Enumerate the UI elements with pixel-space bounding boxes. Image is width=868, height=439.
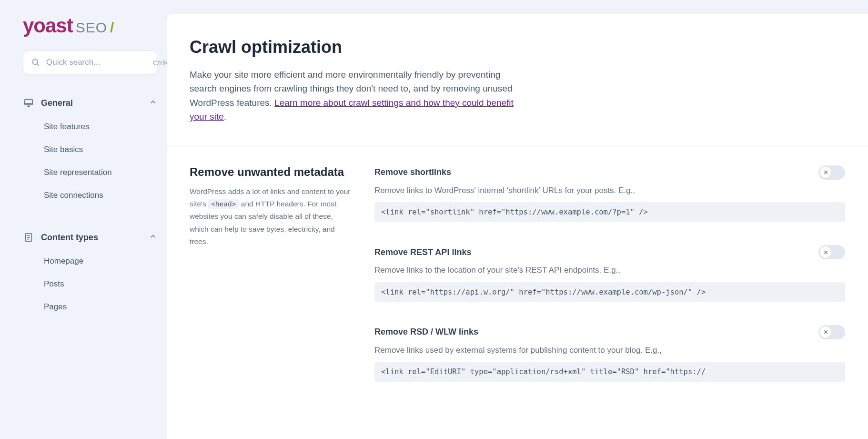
- code-example: <link rel="https://api.w.org/" href="htt…: [374, 282, 845, 302]
- nav-section-content: Content types Homepage Posts Pages: [23, 225, 157, 318]
- toggle-knob: [820, 246, 831, 258]
- section-title: Remove unwanted metadata: [190, 165, 352, 179]
- setting-remove-rest-api-links: Remove REST API links Remove links to th…: [374, 245, 845, 302]
- toggle-remove-rest-api-links[interactable]: [818, 245, 845, 259]
- setting-title: Remove REST API links: [374, 247, 471, 257]
- head-code: <head>: [208, 199, 239, 209]
- setting-description: Remove links to the location of your sit…: [374, 264, 845, 276]
- close-icon: [823, 170, 828, 175]
- page-icon: [23, 232, 34, 243]
- nav-label-general: General: [41, 98, 73, 108]
- page-header: Crawl optimization Make your site more e…: [167, 14, 868, 145]
- search-input[interactable]: [46, 58, 147, 67]
- close-icon: [823, 329, 828, 335]
- svg-line-1: [37, 64, 39, 66]
- toggle-remove-rsd-wlw-links[interactable]: [818, 325, 845, 339]
- setting-description: Remove links used by external systems fo…: [374, 344, 845, 357]
- toggle-knob: [820, 167, 831, 178]
- page-description: Make your site more efficient and more e…: [190, 68, 514, 124]
- sidebar-item-posts[interactable]: Posts: [44, 273, 157, 296]
- settings-list: Remove shortlinks Remove links to WordPr…: [374, 165, 845, 405]
- svg-rect-2: [25, 100, 33, 105]
- toggle-knob: [820, 327, 831, 338]
- logo-sub: SEO: [76, 20, 107, 36]
- monitor-icon: [23, 97, 34, 109]
- code-example: <link rel="shortlink" href="https://www.…: [374, 202, 845, 222]
- logo-brand: yoast: [23, 14, 73, 37]
- main-content: Crawl optimization Make your site more e…: [167, 14, 868, 439]
- setting-description: Remove links to WordPress' internal 'sho…: [374, 184, 845, 197]
- nav-header-general[interactable]: General: [23, 91, 157, 115]
- sidebar-item-site-basics[interactable]: Site basics: [44, 138, 157, 161]
- sidebar-item-site-connections[interactable]: Site connections: [44, 184, 157, 207]
- sidebar-item-site-features[interactable]: Site features: [44, 115, 157, 138]
- nav-header-content[interactable]: Content types: [23, 225, 157, 250]
- section-intro: Remove unwanted metadata WordPress adds …: [190, 165, 352, 405]
- chevron-up-icon: [149, 98, 157, 109]
- sidebar: yoast SEO / CtrlK General Site feat: [0, 0, 167, 439]
- chevron-up-icon: [149, 232, 157, 243]
- nav-label-content: Content types: [41, 233, 98, 243]
- sidebar-item-site-representation[interactable]: Site representation: [44, 161, 157, 184]
- logo-slash: /: [110, 20, 114, 36]
- setting-title: Remove RSD / WLW links: [374, 327, 478, 337]
- logo: yoast SEO /: [23, 14, 157, 37]
- setting-remove-shortlinks: Remove shortlinks Remove links to WordPr…: [374, 165, 845, 223]
- search-icon: [31, 57, 40, 68]
- svg-point-0: [32, 59, 38, 64]
- sidebar-item-homepage[interactable]: Homepage: [44, 250, 157, 273]
- page-title: Crawl optimization: [190, 37, 845, 57]
- search-box[interactable]: CtrlK: [23, 51, 157, 74]
- sidebar-item-pages[interactable]: Pages: [44, 296, 157, 318]
- code-example: <link rel="EditURI" type="application/rs…: [374, 362, 845, 382]
- section-description: WordPress adds a lot of links and conten…: [190, 185, 352, 248]
- setting-title: Remove shortlinks: [374, 167, 451, 177]
- close-icon: [823, 250, 828, 255]
- setting-remove-rsd-wlw-links: Remove RSD / WLW links Remove links used…: [374, 325, 845, 382]
- nav-section-general: General Site features Site basics Site r…: [23, 91, 157, 207]
- toggle-remove-shortlinks[interactable]: [818, 165, 845, 180]
